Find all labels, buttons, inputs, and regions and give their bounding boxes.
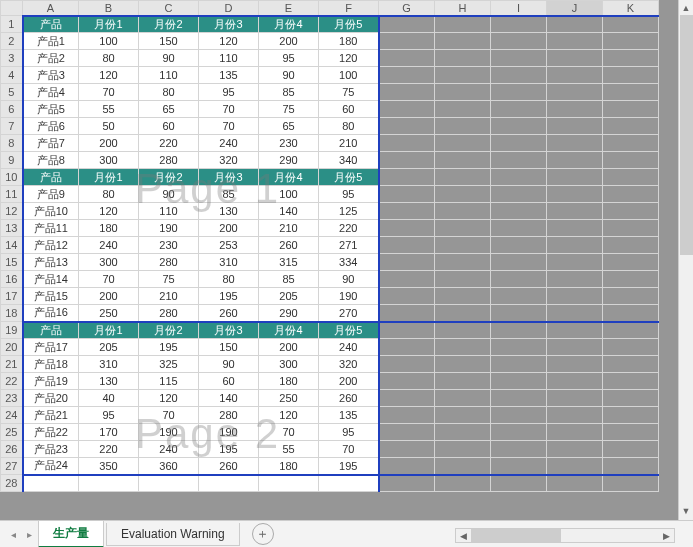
cell-F3[interactable]: 120 <box>319 50 379 67</box>
cell-I24[interactable] <box>491 407 547 424</box>
cell-A21[interactable]: 产品18 <box>23 356 79 373</box>
cell-F17[interactable]: 190 <box>319 288 379 305</box>
cell-A12[interactable]: 产品10 <box>23 203 79 220</box>
row-header-21[interactable]: 21 <box>1 356 23 373</box>
col-header-B[interactable]: B <box>79 1 139 16</box>
cell-K1[interactable] <box>603 16 659 33</box>
cell-B2[interactable]: 100 <box>79 33 139 50</box>
cell-H18[interactable] <box>435 305 491 322</box>
cell-K12[interactable] <box>603 203 659 220</box>
cell-F22[interactable]: 200 <box>319 373 379 390</box>
cell-D3[interactable]: 110 <box>199 50 259 67</box>
row-header-2[interactable]: 2 <box>1 33 23 50</box>
cell-H17[interactable] <box>435 288 491 305</box>
cell-K13[interactable] <box>603 220 659 237</box>
cell-A13[interactable]: 产品11 <box>23 220 79 237</box>
cell-G17[interactable] <box>379 288 435 305</box>
cell-I10[interactable] <box>491 169 547 186</box>
cell-G26[interactable] <box>379 441 435 458</box>
cell-E23[interactable]: 250 <box>259 390 319 407</box>
cell-E11[interactable]: 100 <box>259 186 319 203</box>
cell-K10[interactable] <box>603 169 659 186</box>
cell-I4[interactable] <box>491 67 547 84</box>
cell-B25[interactable]: 170 <box>79 424 139 441</box>
cell-C8[interactable]: 220 <box>139 135 199 152</box>
cell-I22[interactable] <box>491 373 547 390</box>
sheet-tab-active[interactable]: 生产量 <box>38 521 104 548</box>
cell-G5[interactable] <box>379 84 435 101</box>
cell-D14[interactable]: 253 <box>199 237 259 254</box>
cell-D15[interactable]: 310 <box>199 254 259 271</box>
cell-F23[interactable]: 260 <box>319 390 379 407</box>
cell-E9[interactable]: 290 <box>259 152 319 169</box>
cell-E13[interactable]: 210 <box>259 220 319 237</box>
cell-J25[interactable] <box>547 424 603 441</box>
cell-F27[interactable]: 195 <box>319 458 379 475</box>
cell-I16[interactable] <box>491 271 547 288</box>
cell-F15[interactable]: 334 <box>319 254 379 271</box>
cell-J11[interactable] <box>547 186 603 203</box>
cell-K24[interactable] <box>603 407 659 424</box>
grid-container[interactable]: ABCDEFGHIJK1产品月份1月份2月份3月份4月份52产品11001501… <box>0 0 693 520</box>
row-header-7[interactable]: 7 <box>1 118 23 135</box>
cell-E15[interactable]: 315 <box>259 254 319 271</box>
cell-B18[interactable]: 250 <box>79 305 139 322</box>
tab-prev-icon[interactable]: ▸ <box>22 527 36 541</box>
cell-K8[interactable] <box>603 135 659 152</box>
cell-G25[interactable] <box>379 424 435 441</box>
row-header-6[interactable]: 6 <box>1 101 23 118</box>
cell-G10[interactable] <box>379 169 435 186</box>
cell-H13[interactable] <box>435 220 491 237</box>
cell-D26[interactable]: 195 <box>199 441 259 458</box>
cell-F1[interactable]: 月份5 <box>319 16 379 33</box>
cell-H11[interactable] <box>435 186 491 203</box>
hscroll-thumb[interactable] <box>471 529 561 542</box>
cell-D25[interactable]: 190 <box>199 424 259 441</box>
cell-B19[interactable]: 月份1 <box>79 322 139 339</box>
cell-D6[interactable]: 70 <box>199 101 259 118</box>
cell-E2[interactable]: 200 <box>259 33 319 50</box>
cell-H16[interactable] <box>435 271 491 288</box>
row-header-8[interactable]: 8 <box>1 135 23 152</box>
cell-E20[interactable]: 200 <box>259 339 319 356</box>
cell-C21[interactable]: 325 <box>139 356 199 373</box>
cell-C17[interactable]: 210 <box>139 288 199 305</box>
cell-D24[interactable]: 280 <box>199 407 259 424</box>
row-header-5[interactable]: 5 <box>1 84 23 101</box>
cell-F6[interactable]: 60 <box>319 101 379 118</box>
cell-B4[interactable]: 120 <box>79 67 139 84</box>
cell-B23[interactable]: 40 <box>79 390 139 407</box>
cell-D18[interactable]: 260 <box>199 305 259 322</box>
cell-B24[interactable]: 95 <box>79 407 139 424</box>
cell-C3[interactable]: 90 <box>139 50 199 67</box>
cell-B8[interactable]: 200 <box>79 135 139 152</box>
cell-A6[interactable]: 产品5 <box>23 101 79 118</box>
cell-I26[interactable] <box>491 441 547 458</box>
cell-H7[interactable] <box>435 118 491 135</box>
cell-G24[interactable] <box>379 407 435 424</box>
cell-A1[interactable]: 产品 <box>23 16 79 33</box>
row-header-10[interactable]: 10 <box>1 169 23 186</box>
cell-F9[interactable]: 340 <box>319 152 379 169</box>
cell-E28[interactable] <box>259 475 319 492</box>
cell-G15[interactable] <box>379 254 435 271</box>
horizontal-scrollbar[interactable]: ◀ ▶ <box>455 528 675 543</box>
cell-F24[interactable]: 135 <box>319 407 379 424</box>
row-header-22[interactable]: 22 <box>1 373 23 390</box>
cell-G11[interactable] <box>379 186 435 203</box>
cell-G27[interactable] <box>379 458 435 475</box>
cell-H21[interactable] <box>435 356 491 373</box>
cell-K23[interactable] <box>603 390 659 407</box>
hscroll-track[interactable] <box>471 529 659 542</box>
row-header-3[interactable]: 3 <box>1 50 23 67</box>
cell-K18[interactable] <box>603 305 659 322</box>
cell-H23[interactable] <box>435 390 491 407</box>
cell-B15[interactable]: 300 <box>79 254 139 271</box>
cell-E10[interactable]: 月份4 <box>259 169 319 186</box>
cell-I18[interactable] <box>491 305 547 322</box>
cell-K2[interactable] <box>603 33 659 50</box>
cell-K17[interactable] <box>603 288 659 305</box>
cell-D1[interactable]: 月份3 <box>199 16 259 33</box>
add-sheet-button[interactable]: ＋ <box>252 523 274 545</box>
cell-D20[interactable]: 150 <box>199 339 259 356</box>
